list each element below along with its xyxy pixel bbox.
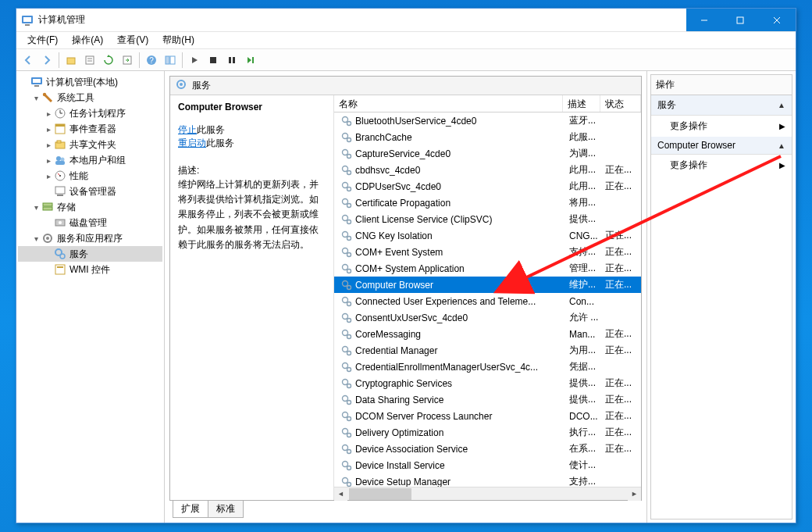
- service-row[interactable]: Device Install Service使计...: [334, 457, 641, 473]
- service-row[interactable]: COM+ Event System支持...正在...: [334, 244, 641, 260]
- tree-node-users[interactable]: ▸本地用户和组: [18, 152, 162, 168]
- tree-pane[interactable]: 计算机管理(本地)▾系统工具▸任务计划程序▸事件查看器▸共享文件夹▸本地用户和组…: [16, 71, 165, 523]
- pause-service-button[interactable]: [223, 52, 240, 69]
- title-bar[interactable]: 计算机管理: [16, 9, 796, 32]
- svg-point-43: [46, 237, 49, 240]
- service-row[interactable]: Connected User Experiences and Teleme...…: [334, 293, 641, 309]
- service-row[interactable]: CoreMessagingMan...正在...: [334, 326, 641, 342]
- service-name: Certificate Propagation: [355, 198, 569, 209]
- service-desc: Man...: [569, 329, 605, 340]
- tree-node-storage[interactable]: ▾存储: [18, 199, 162, 215]
- service-row[interactable]: Certificate Propagation将用...: [334, 195, 641, 211]
- service-icon: [340, 115, 353, 127]
- service-row[interactable]: CaptureService_4cde0为调...: [334, 145, 641, 162]
- tree-node-share[interactable]: ▸共享文件夹: [18, 137, 162, 152]
- service-name: COM+ Event System: [355, 247, 569, 258]
- tab-extended[interactable]: 扩展: [173, 501, 208, 518]
- service-row[interactable]: Device Setup Manager支持...: [334, 473, 641, 487]
- export-button[interactable]: [119, 52, 136, 69]
- close-button[interactable]: [758, 9, 796, 31]
- service-row[interactable]: Computer Browser维护...正在...: [334, 277, 641, 293]
- service-row[interactable]: Device Association Service在系...正在...: [334, 441, 641, 457]
- twisty-icon[interactable]: ▾: [30, 94, 41, 102]
- tree-node-computer[interactable]: 计算机管理(本地): [18, 74, 162, 90]
- tree-node-wmi[interactable]: WMI 控件: [18, 262, 162, 277]
- svg-point-57: [347, 170, 351, 174]
- service-icon: [340, 279, 353, 291]
- restart-service-link[interactable]: 重启动: [178, 137, 206, 148]
- service-row[interactable]: BluetoothUserService_4cde0蓝牙...: [334, 112, 641, 129]
- service-row[interactable]: Cryptographic Services提供...正在...: [334, 375, 641, 391]
- show-hide-button[interactable]: [162, 52, 179, 69]
- stop-service-button[interactable]: [205, 52, 222, 69]
- column-name[interactable]: 名称: [334, 95, 563, 112]
- tab-standard[interactable]: 标准: [208, 501, 244, 518]
- restart-service-button[interactable]: [242, 52, 259, 69]
- column-state[interactable]: 状态: [600, 95, 641, 112]
- menu-action[interactable]: 操作(A): [66, 32, 109, 48]
- tree-node-services-apps[interactable]: ▾服务和应用程序: [18, 230, 162, 246]
- more-actions-selected[interactable]: 更多操作 ▶: [651, 155, 792, 176]
- refresh-button[interactable]: [100, 52, 117, 69]
- back-button[interactable]: [20, 52, 37, 69]
- service-row[interactable]: CNG Key IsolationCNG...正在...: [334, 227, 641, 244]
- service-desc: 此用...: [569, 163, 605, 177]
- service-name: CredentialEnrollmentManagerUserSvc_4c...: [355, 362, 569, 373]
- twisty-icon[interactable]: ▸: [43, 172, 54, 180]
- service-row[interactable]: Client License Service (ClipSVC)提供...: [334, 211, 641, 227]
- service-name: Credential Manager: [355, 345, 569, 356]
- service-list-body[interactable]: BluetoothUserService_4cde0蓝牙...BranchCac…: [334, 112, 641, 487]
- tree-node-event[interactable]: ▸事件查看器: [18, 121, 162, 137]
- twisty-icon[interactable]: ▸: [43, 141, 54, 149]
- up-button[interactable]: [62, 52, 80, 69]
- service-state: 正在...: [605, 442, 641, 455]
- twisty-icon[interactable]: ▾: [30, 234, 41, 243]
- service-row[interactable]: BranchCache此服...: [334, 129, 641, 145]
- help-button[interactable]: ?: [143, 52, 160, 69]
- svg-rect-1: [23, 17, 31, 22]
- twisty-icon[interactable]: ▾: [30, 203, 41, 212]
- twisty-icon[interactable]: ▸: [43, 109, 54, 118]
- tree-node-device[interactable]: 设备管理器: [18, 184, 162, 199]
- column-description[interactable]: 描述: [563, 95, 600, 112]
- tree-node-perf[interactable]: ▸性能: [18, 168, 162, 184]
- minimize-button[interactable]: [686, 9, 722, 31]
- menu-help[interactable]: 帮助(H): [156, 32, 201, 48]
- actions-section-services[interactable]: 服务 ▲: [651, 95, 792, 116]
- service-row[interactable]: CredentialEnrollmentManagerUserSvc_4c...…: [334, 359, 641, 375]
- scroll-left-arrow[interactable]: ◄: [334, 487, 347, 501]
- actions-pane: 操作 服务 ▲ 更多操作 ▶ Computer Browser ▲ 更多操作 ▶: [647, 71, 796, 523]
- service-row[interactable]: DCOM Server Process LauncherDCO...正在...: [334, 408, 641, 424]
- svg-point-82: [343, 379, 348, 384]
- tree-node-tools[interactable]: ▾系统工具: [18, 90, 162, 105]
- stop-service-link[interactable]: 停止: [178, 124, 197, 135]
- service-state: 正在...: [605, 245, 641, 259]
- service-row[interactable]: Credential Manager为用...正在...: [334, 342, 641, 359]
- twisty-icon[interactable]: ▸: [43, 125, 54, 134]
- forward-button[interactable]: [38, 52, 55, 69]
- horizontal-scrollbar[interactable]: ◄ ►: [334, 487, 641, 500]
- svg-point-64: [343, 231, 348, 237]
- scroll-right-arrow[interactable]: ►: [628, 487, 641, 501]
- service-name: CNG Key Isolation: [355, 230, 569, 241]
- service-row[interactable]: Delivery Optimization执行...正在...: [334, 424, 641, 441]
- maximize-button[interactable]: [722, 9, 758, 31]
- svg-rect-30: [57, 141, 61, 143]
- service-row[interactable]: cbdhsvc_4cde0此用...正在...: [334, 162, 641, 178]
- service-row[interactable]: Data Sharing Service提供...正在...: [334, 391, 641, 408]
- service-row[interactable]: ConsentUxUserSvc_4cde0允许 ...: [334, 309, 641, 326]
- scroll-thumb[interactable]: [349, 488, 411, 500]
- twisty-icon[interactable]: ▸: [43, 156, 54, 165]
- menu-view[interactable]: 查看(V): [111, 32, 155, 48]
- svg-point-85: [347, 400, 351, 404]
- service-row[interactable]: COM+ System Application管理...正在...: [334, 260, 641, 277]
- more-actions-services[interactable]: 更多操作 ▶: [651, 116, 792, 137]
- actions-section-selected[interactable]: Computer Browser ▲: [651, 137, 792, 155]
- tree-node-services[interactable]: 服务: [18, 246, 162, 262]
- service-row[interactable]: CDPUserSvc_4cde0此用...正在...: [334, 178, 641, 195]
- tree-node-task[interactable]: ▸任务计划程序: [18, 105, 162, 121]
- start-service-button[interactable]: [186, 52, 203, 69]
- menu-file[interactable]: 文件(F): [21, 32, 64, 48]
- properties-button[interactable]: [81, 52, 98, 69]
- tree-node-disk[interactable]: 磁盘管理: [18, 215, 162, 230]
